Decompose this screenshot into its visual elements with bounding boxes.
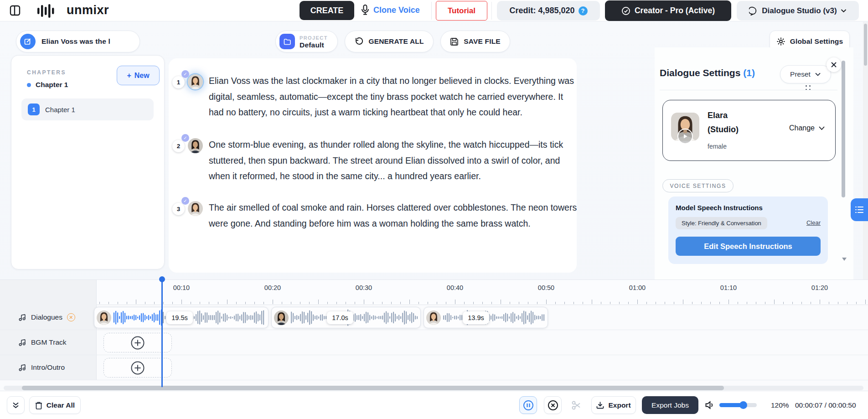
paragraph-check-badge: ✓ [181, 70, 189, 78]
ruler-tick [555, 302, 556, 304]
collapse-timeline-button[interactable] [7, 396, 25, 414]
change-voice-button[interactable]: Change [789, 124, 825, 132]
window-scrollbar-thumb[interactable] [864, 24, 867, 66]
ruler-tick [136, 300, 136, 304]
ruler-tick [811, 302, 811, 304]
timeline-ruler[interactable]: 00:1000:2000:3000:4000:5001:0001:1001:20 [0, 280, 868, 305]
paragraph-voice-avatar[interactable] [188, 74, 203, 89]
split-clip-button[interactable] [568, 399, 584, 411]
plan-badge-button[interactable]: Creator - Pro (Active) [605, 0, 731, 21]
clip-duration-badge: 13.9s [463, 311, 489, 324]
sidebar-toggle-icon[interactable] [9, 4, 22, 17]
active-chapter-dot [27, 83, 31, 87]
clone-voice-button[interactable]: Clone Voice [360, 4, 420, 16]
remove-track-icon[interactable]: ✕ [67, 313, 75, 321]
ruler-label: 00:40 [441, 284, 469, 291]
edit-speech-instructions-button[interactable]: Edit Speech Instructions [676, 237, 821, 256]
plan-label: Creator - Pro (Active) [635, 6, 715, 16]
ruler-tick [482, 302, 483, 304]
scissors-icon [571, 400, 582, 411]
ruler-tick [865, 300, 866, 304]
clip-waveform [290, 308, 418, 329]
save-file-button[interactable]: SAVE FILE [440, 31, 510, 52]
side-list-tab[interactable] [851, 198, 868, 221]
header-divider [431, 2, 432, 20]
chapter-item-label: Chapter 1 [45, 106, 75, 114]
mode-label: Dialogue Studio (v3) [762, 6, 837, 16]
ruler-label: 00:20 [259, 284, 286, 291]
add-clip-icon [130, 361, 145, 375]
track-row-intro-outro: Intro/Outro [0, 355, 868, 380]
playhead-knob[interactable] [159, 276, 165, 282]
ruler-tick [355, 302, 355, 304]
track-label: Intro/Outro [0, 355, 97, 380]
ruler-label: 00:50 [532, 284, 560, 291]
new-chapter-button[interactable]: + New [117, 66, 160, 85]
ruler-tick [191, 302, 191, 304]
close-panel-button[interactable] [827, 57, 841, 72]
paragraph-text[interactable]: Elian Voss was the last clockmaker in a … [209, 73, 578, 120]
create-button[interactable]: CREATE [300, 1, 354, 20]
project-title-input[interactable]: Elian Voss was the l [16, 31, 140, 52]
export-jobs-label: Export Jobs [651, 401, 689, 409]
export-jobs-button[interactable]: Export Jobs [642, 396, 698, 414]
double-chevron-down-icon [12, 402, 19, 409]
audio-clip[interactable]: 13.9s [424, 307, 548, 328]
scroll-down-arrow-icon[interactable] [842, 258, 847, 261]
top-bar: unmixr CREATE Clone Voice Tutorial Credi… [0, 0, 868, 21]
pause-button[interactable] [519, 396, 537, 414]
clear-all-button[interactable]: Clear All [29, 396, 81, 414]
ruler-tick [656, 302, 656, 304]
paragraph-voice-avatar[interactable] [188, 201, 203, 216]
ruler-tick [528, 302, 528, 304]
ruler-tick [601, 302, 601, 304]
speaker-icon[interactable] [705, 400, 715, 410]
tutorial-label: Tutorial [448, 6, 475, 16]
ruler-tick [300, 302, 300, 304]
track-label: BGM Track [0, 330, 97, 355]
ruler-tick [437, 302, 437, 304]
stop-button[interactable] [544, 396, 562, 414]
voice-gender: female [708, 143, 727, 150]
volume-slider-knob[interactable] [739, 401, 747, 409]
ruler-tick [346, 302, 346, 304]
playhead-line[interactable] [161, 277, 163, 387]
audio-clip[interactable]: 17.0s [271, 307, 421, 328]
ruler-tick [592, 300, 592, 304]
ruler-tick [373, 302, 373, 304]
play-voice-button[interactable] [677, 129, 693, 144]
credit-help-icon[interactable]: ? [579, 6, 588, 16]
regenerate-icon [354, 37, 363, 46]
audio-clip[interactable]: 19.5s [94, 307, 269, 328]
ruler-tick [783, 302, 784, 304]
music-note-icon [18, 313, 26, 321]
panel-scrollbar[interactable] [842, 61, 845, 197]
clear-style-link[interactable]: Clear [806, 219, 821, 226]
ruler-tick [200, 302, 200, 304]
mode-selector[interactable]: Dialogue Studio (v3) [737, 1, 859, 21]
project-selector[interactable]: PROJECT Default [275, 31, 338, 52]
paragraph-text[interactable]: One storm-blue evening, as thunder rolle… [209, 137, 578, 184]
ruler-tick [181, 300, 182, 304]
chevron-down-icon [818, 126, 825, 130]
active-chapter-row[interactable]: Chapter 1 [27, 81, 68, 89]
list-icon [855, 206, 864, 214]
paragraph-text[interactable]: The air smelled of coal smoke and rain. … [209, 200, 578, 231]
timeline-scrollbar-thumb[interactable] [22, 386, 724, 390]
ruler-tick [464, 302, 465, 304]
ruler-tick [209, 302, 209, 304]
generate-all-button[interactable]: GENERATE ALL [345, 31, 434, 52]
chapter-list-item[interactable]: 1 Chapter 1 [21, 98, 154, 120]
ruler-tick [400, 302, 401, 304]
export-button[interactable]: Export [591, 396, 636, 414]
preset-dropdown[interactable]: Preset [780, 65, 831, 83]
ruler-tick [273, 300, 273, 304]
tutorial-button[interactable]: Tutorial [436, 1, 487, 21]
header-divider [491, 2, 492, 20]
dialogue-settings-title-text: Dialogue Settings [660, 67, 740, 78]
paragraph-voice-avatar[interactable] [188, 138, 203, 153]
ruler-tick [820, 300, 820, 304]
clone-voice-label: Clone Voice [373, 5, 420, 15]
ruler-tick [583, 302, 583, 304]
ruler-tick [692, 302, 692, 304]
